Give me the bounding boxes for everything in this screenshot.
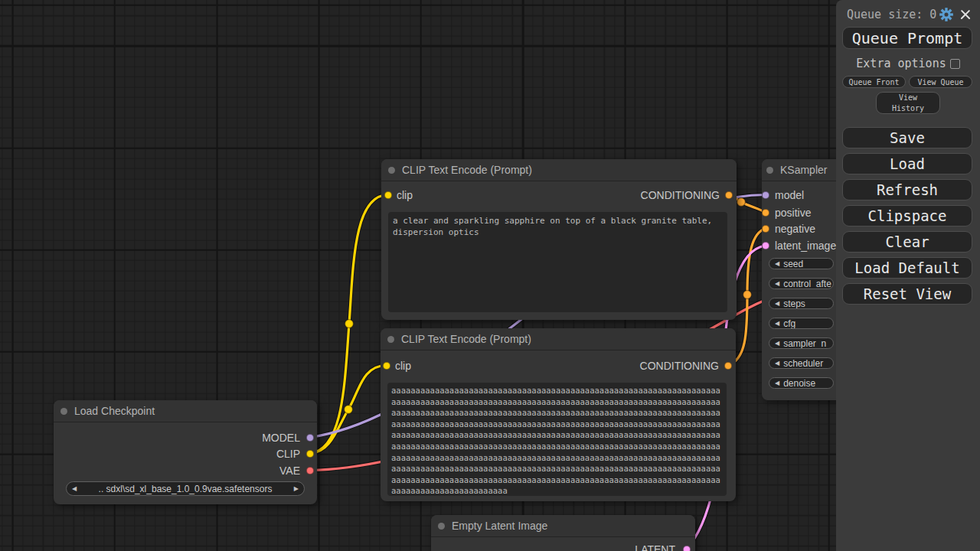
node-title: Empty Latent Image	[452, 520, 547, 532]
input-port-clip[interactable]	[384, 191, 392, 199]
node-clip-text-encode-2[interactable]: CLIP Text Encode (Prompt) clip CONDITION…	[381, 328, 736, 501]
node-title: CLIP Text Encode (Prompt)	[401, 333, 531, 345]
widget-cfg[interactable]: ◀ cfg	[769, 318, 834, 329]
widget-label: cfg	[783, 318, 795, 329]
load-default-button[interactable]: Load Default	[842, 257, 972, 279]
combo-next-icon[interactable]: ▶	[294, 485, 299, 492]
queue-front-button[interactable]: Queue Front	[842, 76, 906, 88]
collapse-dot-icon[interactable]	[438, 523, 445, 530]
comfyui-canvas[interactable]: { "colors": { "model": "#B39DDB", "clip"…	[0, 0, 980, 551]
widget-prev-icon[interactable]: ◀	[775, 360, 779, 367]
input-label-positive: positive	[775, 207, 811, 219]
node-empty-latent-image[interactable]: Empty Latent Image LATENT	[431, 515, 695, 551]
collapse-dot-icon[interactable]	[60, 408, 67, 415]
widget-label: steps	[783, 298, 805, 309]
clipspace-button[interactable]: Clipspace	[842, 205, 972, 227]
widget-prev-icon[interactable]: ◀	[775, 320, 779, 327]
output-port-conditioning[interactable]	[724, 362, 732, 370]
view-history-button[interactable]: View History	[876, 92, 940, 114]
output-port-clip[interactable]	[306, 450, 314, 458]
node-title: KSampler	[780, 164, 827, 176]
widget-prev-icon[interactable]: ◀	[775, 260, 779, 267]
output-port-model[interactable]	[306, 434, 314, 442]
load-button[interactable]: Load	[842, 153, 972, 174]
output-label-latent: LATENT	[635, 543, 675, 551]
output-label-model: MODEL	[262, 432, 300, 444]
queue-prompt-button[interactable]: Queue Prompt	[842, 27, 972, 49]
link-midpoint-dot	[345, 406, 353, 414]
input-label-clip: clip	[397, 189, 413, 201]
extra-options-checkbox[interactable]	[950, 59, 960, 69]
prompt-textarea[interactable]: a clear and sparkling sapphire on top of…	[388, 212, 727, 312]
node-header[interactable]: CLIP Text Encode (Prompt)	[381, 159, 737, 181]
widget-prev-icon[interactable]: ◀	[775, 300, 779, 307]
widget-denoise[interactable]: ◀ denoise	[769, 377, 834, 389]
output-port-conditioning[interactable]	[725, 191, 733, 199]
output-port-latent[interactable]	[683, 546, 691, 551]
extra-options-label: Extra options	[856, 57, 946, 70]
output-label-conditioning: CONDITIONING	[641, 189, 720, 201]
queue-menu-panel: Queue size: 0 Queue Prompt Extra options…	[836, 0, 980, 551]
collapse-dot-icon[interactable]	[387, 336, 394, 343]
combo-prev-icon[interactable]: ◀	[72, 485, 77, 492]
gear-icon[interactable]	[939, 8, 953, 21]
link-midpoint-dot	[345, 320, 354, 328]
input-port-latent-image[interactable]	[762, 242, 769, 249]
link-midpoint-dot	[737, 198, 746, 207]
ckpt-name-combo[interactable]: ◀ .. sdxl\sd_xl_base_1.0_0.9vae.safetens…	[66, 481, 305, 496]
node-title: CLIP Text Encode (Prompt)	[402, 164, 532, 176]
node-title: Load Checkpoint	[74, 405, 155, 417]
node-load-checkpoint[interactable]: Load Checkpoint MODEL CLIP VAE ◀ .. sdxl…	[54, 400, 317, 504]
input-label-model: model	[775, 189, 804, 201]
ckpt-name-value: .. sdxl\sd_xl_base_1.0_0.9vae.safetensor…	[80, 484, 290, 494]
widget-control-after-generate[interactable]: ◀ control_afte	[769, 278, 834, 289]
view-queue-button[interactable]: View Queue	[909, 76, 972, 88]
input-label-clip: clip	[395, 360, 411, 372]
widget-scheduler[interactable]: ◀ scheduler	[769, 357, 834, 369]
output-label-clip: CLIP	[276, 448, 300, 460]
widget-prev-icon[interactable]: ◀	[775, 340, 779, 347]
queue-size-label: Queue size: 0	[847, 8, 939, 21]
widget-label: denoise	[783, 378, 815, 389]
input-label-latent-image: latent_image	[775, 240, 836, 252]
input-port-positive[interactable]	[762, 209, 769, 217]
collapse-dot-icon[interactable]	[766, 167, 773, 174]
node-header[interactable]: CLIP Text Encode (Prompt)	[381, 328, 736, 350]
widget-prev-icon[interactable]: ◀	[775, 280, 779, 287]
input-port-clip[interactable]	[383, 362, 390, 370]
output-port-vae[interactable]	[306, 467, 314, 474]
widget-label: scheduler	[783, 358, 823, 369]
clear-button[interactable]: Clear	[842, 231, 972, 253]
node-header[interactable]: Load Checkpoint	[54, 400, 317, 422]
collapse-dot-icon[interactable]	[388, 167, 395, 174]
node-clip-text-encode-1[interactable]: CLIP Text Encode (Prompt) clip CONDITION…	[381, 159, 737, 320]
output-label-conditioning: CONDITIONING	[640, 360, 719, 372]
widget-steps[interactable]: ◀ steps	[769, 298, 834, 309]
save-button[interactable]: Save	[842, 127, 972, 148]
widget-prev-icon[interactable]: ◀	[775, 380, 779, 386]
node-header[interactable]: Empty Latent Image	[431, 515, 695, 537]
refresh-button[interactable]: Refresh	[842, 179, 972, 201]
input-label-negative: negative	[775, 223, 815, 235]
widget-label: sampler_n	[783, 338, 826, 349]
prompt-textarea[interactable]: aaaaaaaaaaaaaaaaaaaaaaaaaaaaaaaaaaaaaaaa…	[387, 383, 727, 496]
input-port-model[interactable]	[762, 191, 769, 199]
close-icon[interactable]	[960, 9, 971, 20]
widget-label: seed	[783, 259, 803, 269]
widget-sampler-name[interactable]: ◀ sampler_n	[769, 337, 834, 349]
link-midpoint-dot	[743, 291, 752, 299]
reset-view-button[interactable]: Reset View	[842, 283, 972, 305]
widget-seed[interactable]: ◀ seed	[769, 258, 834, 269]
widget-label: control_afte	[783, 279, 831, 289]
input-port-negative[interactable]	[762, 225, 769, 233]
output-label-vae: VAE	[279, 465, 300, 477]
